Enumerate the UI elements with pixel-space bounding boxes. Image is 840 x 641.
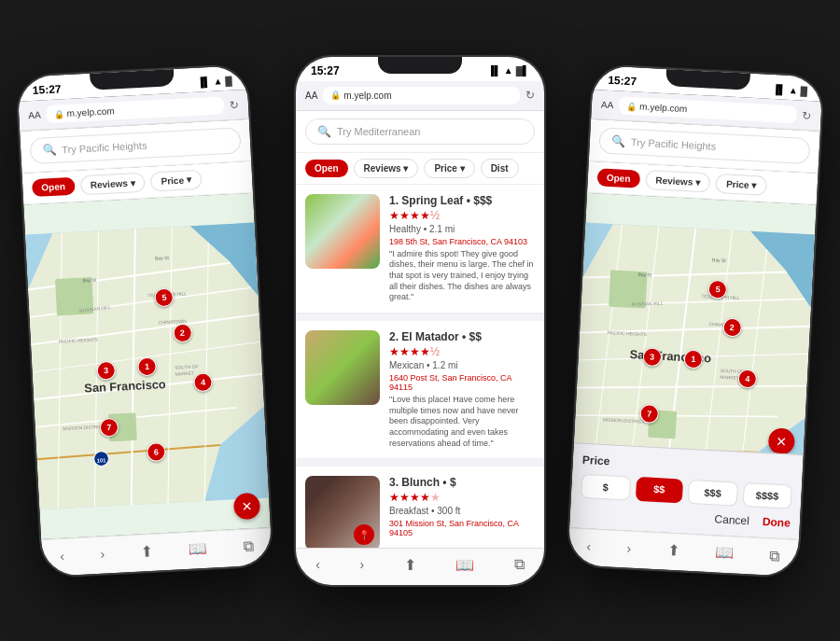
map-pin-2-right[interactable]: 2: [722, 317, 742, 337]
refresh-icon-left[interactable]: ↻: [230, 97, 240, 111]
result-item-3[interactable]: 📍 3. Blunch • $ ★★★★★ Breakfast • 300 ft…: [296, 467, 544, 547]
price-opt-3[interactable]: $$$: [688, 479, 738, 506]
filter-reviews-center[interactable]: Reviews ▾: [354, 159, 419, 178]
svg-text:MARKET: MARKET: [720, 374, 739, 380]
forward-btn-right[interactable]: ›: [626, 540, 632, 555]
filter-open-center[interactable]: Open: [305, 160, 348, 177]
aa-label-left: AA: [28, 109, 41, 120]
wifi-icon-center: ▲: [504, 65, 513, 76]
price-opt-1[interactable]: $: [581, 473, 631, 500]
lock-icon-left: 🔒: [53, 108, 64, 118]
url-bar-right[interactable]: 🔒 m.yelp.com: [619, 96, 797, 123]
svg-text:101: 101: [97, 457, 107, 464]
battery-icon-right: ▓: [801, 85, 808, 95]
result-category-2: Mexican • 1.2 mi: [389, 360, 535, 370]
notch-center: [378, 57, 462, 74]
map-area-left[interactable]: San Francisco Bay St Bay St RUSSIAN HILL…: [23, 192, 270, 538]
filter-dist-center[interactable]: Dist: [481, 159, 519, 178]
result-img-2: [305, 330, 380, 405]
back-btn-center[interactable]: ‹: [315, 557, 320, 572]
tabs-btn-right[interactable]: ⧉: [769, 547, 780, 564]
results-list-center[interactable]: 1. Spring Leaf • $$$ ★★★★½ Healthy • 2.1…: [296, 185, 544, 548]
result-info-2: 2. El Matador • $$ ★★★★½ Mexican • 1.2 m…: [389, 330, 535, 449]
bookmarks-btn-right[interactable]: 📖: [715, 543, 735, 562]
lock-icon-center: 🔒: [330, 91, 341, 100]
price-options-row: $ $$ $$$ $$$$: [581, 473, 792, 509]
battery-icon-center: ▓▌: [516, 65, 529, 76]
browser-bar-center: AA 🔒 m.yelp.com ↻: [296, 81, 544, 111]
forward-btn-center[interactable]: ›: [359, 557, 364, 572]
signal-icon-left: ▐▌: [197, 76, 211, 87]
share-btn-left[interactable]: ⬆: [140, 541, 153, 560]
result-address-1: 198 5th St, San Francisco, CA 94103: [389, 237, 535, 246]
result-name-2: 2. El Matador • $$: [389, 330, 535, 343]
refresh-icon-right[interactable]: ↻: [802, 108, 812, 122]
forward-btn-left[interactable]: ›: [100, 546, 105, 561]
time-right: 15:27: [608, 73, 637, 88]
filter-reviews-left[interactable]: Reviews ▾: [79, 172, 146, 195]
search-icon-right: 🔍: [611, 134, 626, 148]
price-actions: Cancel Done: [580, 505, 791, 529]
aa-label-center: AA: [305, 91, 317, 101]
url-bar-center[interactable]: 🔒 m.yelp.com: [323, 87, 520, 105]
result-address-2: 1640 Post St, San Francisco, CA 94115: [389, 373, 535, 392]
phone-right: 15:27 ▐▌ ▲ ▓ AA 🔒 m.yelp.com ↻ 🔍 Try Pac…: [566, 63, 825, 578]
map-pin-2-left[interactable]: 2: [173, 323, 192, 342]
result-address-3: 301 Mission St, San Francisco, CA 94105: [389, 519, 535, 537]
url-text-right: m.yelp.com: [639, 101, 688, 114]
search-input-right[interactable]: 🔍 Try Pacific Heights: [598, 127, 810, 164]
price-popup-right: Price $ $$ $$$ $$$$ Cancel Done: [569, 442, 803, 539]
filter-open-right[interactable]: Open: [596, 168, 639, 188]
share-btn-center[interactable]: ⬆: [404, 556, 416, 574]
tabs-btn-left[interactable]: ⧉: [243, 536, 254, 554]
tabs-btn-center[interactable]: ⧉: [514, 556, 525, 573]
search-icon-center: 🔍: [317, 125, 331, 138]
result-category-3: Breakfast • 300 ft: [389, 506, 535, 516]
filter-price-center[interactable]: Price ▾: [424, 159, 474, 178]
result-item-1[interactable]: 1. Spring Leaf • $$$ ★★★★½ Healthy • 2.1…: [296, 185, 544, 314]
svg-text:Bay St: Bay St: [83, 277, 97, 283]
url-bar-left[interactable]: 🔒 m.yelp.com: [46, 96, 224, 123]
back-btn-left[interactable]: ‹: [60, 548, 65, 563]
price-opt-4[interactable]: $$$$: [742, 481, 792, 509]
filter-price-left[interactable]: Price ▾: [150, 169, 202, 191]
back-btn-right[interactable]: ‹: [586, 537, 592, 552]
filter-open-left[interactable]: Open: [32, 176, 75, 196]
svg-text:SOUTH OF: SOUTH OF: [175, 364, 199, 369]
result-review-1: "I admire this spot! They give good dish…: [389, 249, 535, 303]
svg-text:Bay St: Bay St: [712, 258, 726, 263]
bookmarks-btn-left[interactable]: 📖: [189, 538, 208, 557]
search-input-left[interactable]: 🔍 Try Pacific Heights: [30, 127, 242, 164]
refresh-icon-center[interactable]: ↻: [525, 89, 535, 102]
wifi-icon-left: ▲: [213, 75, 222, 86]
price-done-btn[interactable]: Done: [762, 515, 791, 530]
wifi-icon-right: ▲: [789, 84, 798, 95]
phone-center: 15:27 ▐▌ ▲ ▓▌ AA 🔒 m.yelp.com ↻ 🔍 Try Me…: [294, 55, 546, 587]
svg-text:MARKET: MARKET: [175, 370, 194, 376]
time-left: 15:27: [33, 82, 62, 97]
result-name-1: 1. Spring Leaf • $$$: [389, 194, 535, 207]
signal-icon-right: ▐▌: [772, 83, 786, 94]
bookmarks-btn-center[interactable]: 📖: [455, 556, 474, 574]
filter-bar-center: Open Reviews ▾ Price ▾ Dist: [296, 153, 544, 185]
filter-reviews-right[interactable]: Reviews ▾: [645, 170, 711, 193]
search-input-center[interactable]: 🔍 Try Mediterranean: [305, 118, 535, 145]
result-category-1: Healthy • 2.1 mi: [389, 224, 535, 234]
result-stars-3: ★★★★★: [389, 491, 535, 504]
search-icon-left: 🔍: [42, 143, 57, 157]
price-cancel-btn[interactable]: Cancel: [714, 512, 749, 527]
result-item-2[interactable]: 2. El Matador • $$ ★★★★½ Mexican • 1.2 m…: [296, 321, 544, 459]
search-placeholder-left: Try Pacific Heights: [62, 139, 147, 155]
status-icons-center: ▐▌ ▲ ▓▌: [488, 65, 529, 76]
svg-text:Bay St: Bay St: [637, 272, 651, 277]
phone-left: 15:27 ▐▌ ▲ ▓ AA 🔒 m.yelp.com ↻ 🔍 Try Pac…: [15, 63, 274, 578]
search-placeholder-right: Try Pacific Heights: [631, 136, 717, 152]
filter-price-right[interactable]: Price ▾: [716, 173, 767, 195]
share-btn-right[interactable]: ⬆: [666, 540, 679, 559]
url-text-left: m.yelp.com: [66, 105, 115, 118]
map-area-right[interactable]: San Francisco Bay St Bay St RUSSIAN HILL…: [569, 192, 816, 538]
bottom-nav-center: ‹ › ⬆ 📖 ⧉: [296, 548, 544, 585]
result-img-3: 📍: [305, 476, 380, 547]
price-opt-2[interactable]: $$: [635, 476, 683, 503]
result-info-3: 3. Blunch • $ ★★★★★ Breakfast • 300 ft 3…: [389, 476, 535, 547]
